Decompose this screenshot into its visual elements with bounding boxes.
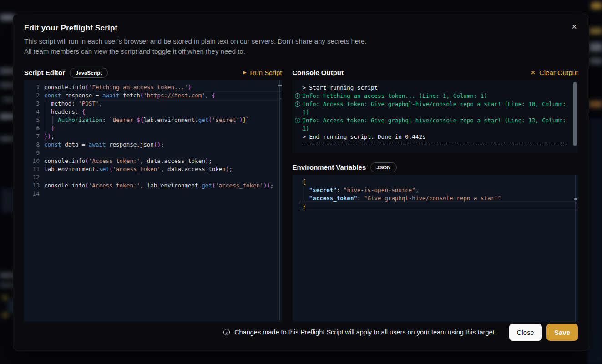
console-output-area[interactable]: > Start running scriptiInfo: Fetching an… (293, 80, 578, 153)
code-token: get (202, 182, 212, 189)
env-code-line: } (293, 202, 578, 211)
code-token: , (205, 92, 212, 99)
code-line: 14 (24, 190, 282, 198)
modal-footer: i Changes made to this Preflight Script … (24, 324, 578, 341)
code-token: 'secret' (212, 116, 239, 123)
clear-output-button[interactable]: ✕ Clear Output (531, 69, 578, 76)
code-token: ( (85, 157, 89, 164)
code-token: https://test.com (147, 92, 202, 99)
code-line: 2const response = await fetch('https://t… (24, 91, 282, 100)
code-token: ; (208, 157, 212, 164)
code-token: , data.access_token (161, 166, 226, 172)
code-line: 3 method: 'POST', (24, 100, 282, 108)
code-token: `Bearer (109, 116, 137, 123)
console-line-text: > End running script. Done in 0.442s (303, 133, 426, 140)
code-token: ` (246, 116, 250, 123)
indent-guide (52, 116, 53, 124)
code-token: 'Access token:' (89, 157, 140, 164)
code-line: 10console.info('Access token:', data.acc… (24, 157, 282, 165)
line-number: 14 (24, 190, 44, 198)
code-token: const (44, 92, 61, 99)
play-icon: ▶ (243, 71, 247, 75)
code-token: "secret" (309, 187, 337, 193)
console-line-text: Info: Access token: Give graphql-hive/co… (303, 101, 566, 107)
code-token: ' (202, 92, 205, 99)
code-token: { (82, 108, 86, 115)
run-script-button[interactable]: ▶ Run Script (243, 69, 282, 76)
code-content: console.info('Fetching an access token..… (44, 83, 282, 91)
code-token: 'Fetching an access token...' (89, 84, 188, 91)
code-token (44, 116, 58, 123)
code-token: "Give graphql-hive/console repo a star!" (364, 195, 501, 202)
env-code-line: "access_token": "Give graphql-hive/conso… (293, 194, 578, 202)
preflight-script-modal: ✕ Edit your Preflight Script This script… (13, 14, 589, 351)
console-line: iInfo: Access token: Give graphql-hive/c… (303, 100, 566, 108)
code-content: Authorization: `Bearer ${lab.environment… (44, 116, 282, 124)
backdrop-blob (589, 28, 602, 34)
console-line: 1) (303, 108, 566, 116)
code-content: const response = await fetch('https://te… (44, 91, 282, 100)
environment-variables-label: Environment Variables (293, 163, 366, 171)
console-separator (303, 143, 566, 143)
code-content: headers: { (44, 108, 282, 116)
modal-description: This script will run in each user's brow… (13, 33, 589, 56)
script-editor-header: Script Editor JavaScript ▶ Run Script (24, 65, 282, 80)
code-token: ( (85, 182, 89, 189)
code-token: ' (143, 92, 147, 99)
line-number: 6 (24, 124, 44, 132)
code-line: 8const data = await response.json(); (24, 141, 282, 149)
line-number: 9 (24, 149, 44, 157)
backdrop-blob (591, 3, 602, 9)
info-icon: i (295, 93, 300, 99)
line-number: 1 (24, 83, 44, 91)
console-line: 1) (303, 125, 566, 133)
close-button[interactable]: Close (509, 324, 542, 341)
line-number: 5 (24, 116, 44, 124)
env-code-line: { (293, 178, 578, 186)
console-output-label: Console Output (293, 69, 344, 76)
code-token: } (243, 116, 247, 123)
script-code-editor[interactable]: 1console.info('Fetching an access token.… (24, 80, 282, 322)
modal-description-line2: All team members can view the script and… (24, 46, 578, 56)
console-scrollbar[interactable] (573, 82, 577, 146)
line-number: 3 (24, 100, 44, 108)
code-token: 'access_token' (113, 166, 161, 172)
code-content: console.info('Access token:', data.acces… (44, 157, 282, 165)
code-token: response.json (106, 141, 154, 148)
json-badge: JSON (370, 162, 396, 172)
code-token: get (198, 116, 209, 123)
footer-note-text: Changes made to this Preflight Script wi… (234, 329, 496, 336)
environment-variables-editor[interactable]: { "secret": "hive-is-open-source", "acce… (293, 175, 578, 322)
indent-guide (304, 186, 304, 194)
code-token: { (212, 92, 216, 99)
code-token: lab.environment. (44, 166, 99, 172)
code-token: headers: (44, 108, 82, 115)
code-token: , data.access_token (140, 157, 205, 164)
code-content (44, 173, 282, 182)
clear-output-label: Clear Output (539, 69, 578, 76)
code-token: const (44, 141, 61, 148)
code-token: 'POST' (78, 100, 99, 107)
backdrop-blob (3, 313, 8, 317)
close-icon[interactable]: ✕ (569, 21, 580, 32)
code-token: : (337, 187, 344, 193)
code-content: console.info('Access token:', lab.enviro… (44, 182, 282, 190)
code-content: const data = await response.json(); (44, 141, 282, 149)
console-line: > Start running script (303, 84, 566, 92)
code-token: ( (85, 84, 89, 91)
console-line-text: 1) (303, 109, 309, 116)
code-content (44, 190, 282, 198)
code-token: await (89, 141, 106, 148)
console-line-text: Info: Fetching an access token... (Line:… (303, 92, 487, 99)
line-number: 4 (24, 108, 44, 116)
code-token: ) (239, 116, 243, 123)
code-token: , lab.environment. (140, 182, 202, 189)
code-token: Authorization (58, 116, 102, 123)
code-token: console.info (44, 157, 85, 164)
line-number: 13 (24, 182, 44, 190)
code-token: ) (188, 84, 192, 91)
code-line: 11lab.environment.set('access_token', da… (24, 165, 282, 173)
save-button[interactable]: Save (546, 324, 578, 341)
env-code-line: "secret": "hive-is-open-source", (293, 186, 578, 194)
code-token: ; (161, 141, 164, 148)
